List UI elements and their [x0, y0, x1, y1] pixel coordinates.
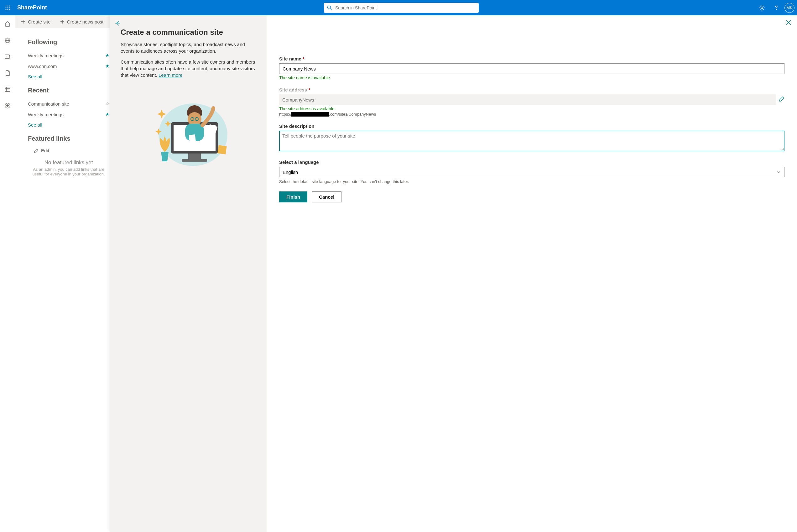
- dialog-buttons: Finish Cancel: [279, 191, 784, 203]
- cancel-button[interactable]: Cancel: [312, 191, 341, 203]
- learn-more-link[interactable]: Learn more: [158, 72, 183, 78]
- language-select[interactable]: English: [279, 167, 784, 177]
- help-icon[interactable]: [770, 2, 783, 14]
- svg-point-5: [9, 7, 10, 8]
- site-address-validation: The site address is available.: [279, 106, 784, 111]
- svg-point-1: [7, 5, 8, 6]
- svg-rect-29: [189, 134, 196, 143]
- svg-point-11: [761, 7, 763, 9]
- close-button[interactable]: [785, 19, 792, 27]
- pencil-icon: [779, 96, 784, 102]
- dialog-left: Create a communication site Showcase sto…: [110, 15, 267, 532]
- main-row: Create site Create news post Following W…: [0, 15, 797, 532]
- illustration: [120, 88, 256, 169]
- svg-point-4: [7, 7, 8, 8]
- back-button[interactable]: [114, 20, 121, 28]
- svg-point-7: [7, 9, 8, 10]
- dialog-desc-2: Communication sites often have a few sit…: [120, 59, 256, 78]
- site-description-input[interactable]: [279, 131, 784, 151]
- svg-point-0: [5, 5, 6, 6]
- svg-point-8: [9, 9, 10, 10]
- dialog-desc-1: Showcase stories, spotlight topics, and …: [120, 41, 256, 54]
- site-description-field: Site description: [279, 124, 784, 153]
- app-launcher-icon[interactable]: [0, 0, 15, 15]
- finish-button[interactable]: Finish: [279, 191, 307, 203]
- svg-point-3: [5, 7, 6, 8]
- create-site-dialog: Create a communication site Showcase sto…: [0, 15, 797, 532]
- site-address-field: Site address * The site address is avail…: [279, 87, 784, 117]
- avatar[interactable]: MK: [784, 3, 795, 13]
- language-label: Select a language: [279, 159, 784, 165]
- dialog-right: Site name * The site name is available. …: [267, 15, 797, 532]
- search-box[interactable]: [324, 3, 479, 13]
- svg-point-6: [5, 9, 6, 10]
- site-address-input: [279, 94, 776, 105]
- suite-right: MK: [756, 2, 797, 14]
- svg-point-2: [9, 5, 10, 6]
- dialog-title: Create a communication site: [120, 28, 256, 37]
- svg-rect-27: [217, 145, 227, 154]
- svg-line-10: [330, 8, 332, 10]
- site-name-label: Site name *: [279, 56, 784, 61]
- site-url-preview: https://redacted.com/sites/CompanyNews: [279, 112, 784, 117]
- svg-point-9: [328, 6, 331, 9]
- dialog-panel: Create a communication site Showcase sto…: [110, 15, 797, 532]
- edit-address-button[interactable]: [779, 96, 784, 103]
- site-description-label: Site description: [279, 124, 784, 129]
- site-name-input[interactable]: [279, 63, 784, 74]
- site-name-validation: The site name is available.: [279, 75, 784, 80]
- settings-icon[interactable]: [756, 2, 768, 14]
- svg-point-12: [776, 9, 777, 10]
- suite-bar: SharePoint MK: [0, 0, 797, 15]
- language-field: Select a language English Select the def…: [279, 159, 784, 185]
- svg-rect-20: [188, 153, 201, 160]
- language-hint: Select the default site language for you…: [279, 179, 784, 185]
- app-name: SharePoint: [17, 4, 47, 11]
- search-wrap: [47, 3, 756, 13]
- site-address-label: Site address *: [279, 87, 784, 92]
- search-input[interactable]: [335, 5, 476, 10]
- chevron-down-icon: [777, 170, 781, 174]
- search-icon: [327, 5, 332, 10]
- language-value: English: [283, 170, 298, 175]
- site-name-field: Site name * The site name is available.: [279, 56, 784, 80]
- svg-rect-21: [182, 159, 207, 162]
